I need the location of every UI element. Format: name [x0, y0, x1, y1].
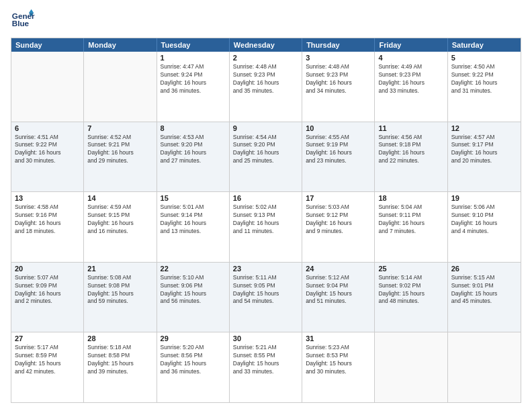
cell-info-text: Sunrise: 4:47 AM Sunset: 9:24 PM Dayligh…	[161, 63, 226, 95]
cell-info-text: Sunrise: 5:10 AM Sunset: 9:06 PM Dayligh…	[161, 274, 226, 306]
header-day-wednesday: Wednesday	[230, 38, 302, 52]
calendar-cell: 17Sunrise: 5:03 AM Sunset: 9:12 PM Dayli…	[302, 192, 375, 262]
cell-day-number: 11	[378, 124, 443, 132]
cell-day-number: 30	[233, 334, 298, 342]
calendar-body: 1Sunrise: 4:47 AM Sunset: 9:24 PM Daylig…	[11, 52, 521, 402]
calendar-cell: 19Sunrise: 5:06 AM Sunset: 9:10 PM Dayli…	[448, 192, 521, 262]
calendar-cell: 5Sunrise: 4:50 AM Sunset: 9:22 PM Daylig…	[448, 52, 521, 122]
header-day-sunday: Sunday	[11, 38, 84, 52]
calendar-row-2: 6Sunrise: 4:51 AM Sunset: 9:22 PM Daylig…	[11, 122, 521, 193]
cell-day-number: 14	[87, 194, 152, 202]
calendar-cell: 7Sunrise: 4:52 AM Sunset: 9:21 PM Daylig…	[84, 122, 157, 192]
cell-info-text: Sunrise: 5:20 AM Sunset: 8:56 PM Dayligh…	[161, 344, 226, 376]
calendar-cell: 9Sunrise: 4:54 AM Sunset: 9:20 PM Daylig…	[230, 122, 302, 192]
cell-day-number: 15	[161, 194, 226, 202]
header-day-monday: Monday	[84, 38, 157, 52]
cell-day-number: 16	[233, 194, 298, 202]
header-day-tuesday: Tuesday	[157, 38, 230, 52]
cell-info-text: Sunrise: 4:51 AM Sunset: 9:22 PM Dayligh…	[15, 134, 80, 166]
calendar-cell: 24Sunrise: 5:12 AM Sunset: 9:04 PM Dayli…	[302, 263, 375, 332]
calendar-cell: 15Sunrise: 5:01 AM Sunset: 9:14 PM Dayli…	[157, 192, 230, 262]
calendar-cell: 6Sunrise: 4:51 AM Sunset: 9:22 PM Daylig…	[11, 122, 84, 192]
calendar-cell: 23Sunrise: 5:11 AM Sunset: 9:05 PM Dayli…	[230, 263, 302, 332]
calendar-cell	[84, 52, 157, 122]
cell-day-number: 18	[378, 194, 443, 202]
calendar-cell: 2Sunrise: 4:48 AM Sunset: 9:23 PM Daylig…	[230, 52, 302, 122]
calendar-cell	[11, 52, 84, 122]
calendar-cell: 29Sunrise: 5:20 AM Sunset: 8:56 PM Dayli…	[157, 332, 230, 402]
calendar-cell: 26Sunrise: 5:15 AM Sunset: 9:01 PM Dayli…	[448, 263, 521, 332]
cell-day-number: 10	[306, 124, 371, 132]
cell-day-number: 9	[233, 124, 298, 132]
cell-day-number: 31	[306, 334, 371, 342]
calendar-cell: 8Sunrise: 4:53 AM Sunset: 9:20 PM Daylig…	[157, 122, 230, 192]
cell-day-number: 29	[161, 334, 226, 342]
calendar-cell: 30Sunrise: 5:21 AM Sunset: 8:55 PM Dayli…	[230, 332, 302, 402]
cell-day-number: 24	[306, 265, 371, 273]
cell-day-number: 12	[451, 124, 517, 132]
cell-info-text: Sunrise: 4:55 AM Sunset: 9:19 PM Dayligh…	[306, 134, 371, 166]
cell-info-text: Sunrise: 5:04 AM Sunset: 9:11 PM Dayligh…	[378, 203, 443, 236]
cell-info-text: Sunrise: 5:06 AM Sunset: 9:10 PM Dayligh…	[451, 203, 517, 236]
cell-info-text: Sunrise: 5:01 AM Sunset: 9:14 PM Dayligh…	[161, 203, 226, 236]
cell-day-number: 27	[15, 334, 80, 342]
cell-day-number: 19	[451, 194, 517, 202]
cell-info-text: Sunrise: 4:56 AM Sunset: 9:18 PM Dayligh…	[378, 134, 443, 166]
cell-info-text: Sunrise: 5:12 AM Sunset: 9:04 PM Dayligh…	[306, 274, 371, 306]
cell-day-number: 1	[161, 54, 226, 62]
cell-day-number: 13	[15, 194, 80, 202]
cell-info-text: Sunrise: 4:50 AM Sunset: 9:22 PM Dayligh…	[451, 63, 517, 95]
calendar-cell	[448, 332, 521, 402]
calendar-cell: 18Sunrise: 5:04 AM Sunset: 9:11 PM Dayli…	[375, 192, 447, 262]
cell-info-text: Sunrise: 5:15 AM Sunset: 9:01 PM Dayligh…	[451, 274, 517, 306]
svg-text:Blue: Blue	[12, 19, 30, 28]
cell-info-text: Sunrise: 4:48 AM Sunset: 9:23 PM Dayligh…	[306, 63, 371, 95]
cell-day-number: 4	[378, 54, 443, 62]
logo-icon: General Blue	[11, 8, 35, 32]
calendar-header: SundayMondayTuesdayWednesdayThursdayFrid…	[11, 38, 521, 52]
header-day-saturday: Saturday	[448, 38, 521, 52]
header-day-thursday: Thursday	[302, 38, 375, 52]
calendar-cell: 3Sunrise: 4:48 AM Sunset: 9:23 PM Daylig…	[302, 52, 375, 122]
cell-info-text: Sunrise: 4:54 AM Sunset: 9:20 PM Dayligh…	[233, 134, 298, 166]
cell-info-text: Sunrise: 4:49 AM Sunset: 9:23 PM Dayligh…	[378, 63, 443, 95]
cell-day-number: 3	[306, 54, 371, 62]
calendar-cell: 31Sunrise: 5:23 AM Sunset: 8:53 PM Dayli…	[302, 332, 375, 402]
calendar-cell: 1Sunrise: 4:47 AM Sunset: 9:24 PM Daylig…	[157, 52, 230, 122]
cell-day-number: 25	[378, 265, 443, 273]
cell-info-text: Sunrise: 5:11 AM Sunset: 9:05 PM Dayligh…	[233, 274, 298, 306]
cell-info-text: Sunrise: 5:07 AM Sunset: 9:09 PM Dayligh…	[15, 274, 80, 306]
cell-info-text: Sunrise: 5:18 AM Sunset: 8:58 PM Dayligh…	[87, 344, 152, 376]
cell-day-number: 28	[87, 334, 152, 342]
cell-info-text: Sunrise: 4:59 AM Sunset: 9:15 PM Dayligh…	[87, 203, 152, 236]
calendar-row-3: 13Sunrise: 4:58 AM Sunset: 9:16 PM Dayli…	[11, 192, 521, 263]
cell-info-text: Sunrise: 5:02 AM Sunset: 9:13 PM Dayligh…	[233, 203, 298, 236]
calendar-cell: 11Sunrise: 4:56 AM Sunset: 9:18 PM Dayli…	[375, 122, 447, 192]
calendar-cell: 4Sunrise: 4:49 AM Sunset: 9:23 PM Daylig…	[375, 52, 447, 122]
header-day-friday: Friday	[375, 38, 447, 52]
cell-day-number: 20	[15, 265, 80, 273]
cell-day-number: 23	[233, 265, 298, 273]
cell-day-number: 6	[15, 124, 80, 132]
cell-info-text: Sunrise: 5:14 AM Sunset: 9:02 PM Dayligh…	[378, 274, 443, 306]
cell-day-number: 8	[161, 124, 226, 132]
calendar-cell: 21Sunrise: 5:08 AM Sunset: 9:08 PM Dayli…	[84, 263, 157, 332]
calendar-cell: 10Sunrise: 4:55 AM Sunset: 9:19 PM Dayli…	[302, 122, 375, 192]
calendar-cell: 27Sunrise: 5:17 AM Sunset: 8:59 PM Dayli…	[11, 332, 84, 402]
calendar-cell: 22Sunrise: 5:10 AM Sunset: 9:06 PM Dayli…	[157, 263, 230, 332]
calendar-row-4: 20Sunrise: 5:07 AM Sunset: 9:09 PM Dayli…	[11, 263, 521, 333]
cell-info-text: Sunrise: 5:03 AM Sunset: 9:12 PM Dayligh…	[306, 203, 371, 236]
cell-day-number: 21	[87, 265, 152, 273]
cell-day-number: 22	[161, 265, 226, 273]
cell-info-text: Sunrise: 4:48 AM Sunset: 9:23 PM Dayligh…	[233, 63, 298, 95]
cell-info-text: Sunrise: 4:53 AM Sunset: 9:20 PM Dayligh…	[161, 134, 226, 166]
cell-day-number: 26	[451, 265, 517, 273]
cell-info-text: Sunrise: 4:52 AM Sunset: 9:21 PM Dayligh…	[87, 134, 152, 166]
calendar-cell: 20Sunrise: 5:07 AM Sunset: 9:09 PM Dayli…	[11, 263, 84, 332]
calendar-row-5: 27Sunrise: 5:17 AM Sunset: 8:59 PM Dayli…	[11, 332, 521, 402]
calendar-cell: 25Sunrise: 5:14 AM Sunset: 9:02 PM Dayli…	[375, 263, 447, 332]
cell-info-text: Sunrise: 5:23 AM Sunset: 8:53 PM Dayligh…	[306, 344, 371, 376]
calendar-cell: 14Sunrise: 4:59 AM Sunset: 9:15 PM Dayli…	[84, 192, 157, 262]
calendar-cell: 28Sunrise: 5:18 AM Sunset: 8:58 PM Dayli…	[84, 332, 157, 402]
calendar-cell: 12Sunrise: 4:57 AM Sunset: 9:17 PM Dayli…	[448, 122, 521, 192]
